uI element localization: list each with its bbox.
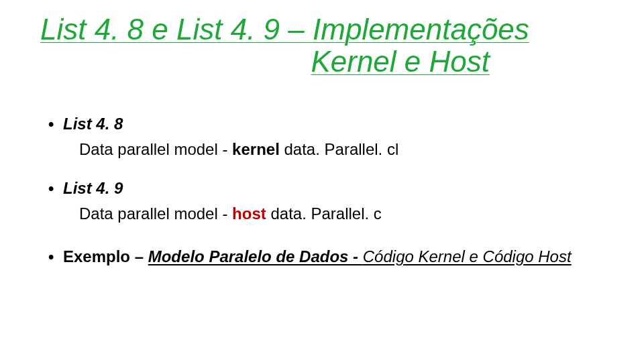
- bullet-list-4-8-detail: Data parallel model - kernel data. Paral…: [47, 139, 604, 160]
- bullet-label: List 4. 8: [63, 115, 123, 133]
- detail-prefix: Data parallel model -: [79, 204, 232, 223]
- kernel-file: data. Parallel. cl: [280, 140, 398, 158]
- slide-body: List 4. 8 Data parallel model - kernel d…: [47, 114, 604, 272]
- example-link: Modelo Paralelo de Dados - Código Kernel…: [148, 247, 572, 265]
- slide-title: List 4. 8 e List 4. 9 – Implementações K…: [40, 13, 604, 78]
- title-line-1: List 4. 8 e List 4. 9 – Implementações: [40, 13, 529, 46]
- detail-prefix: Data parallel model -: [79, 140, 232, 158]
- bullet-list-4-9: List 4. 9: [47, 178, 604, 198]
- example-label: Exemplo –: [63, 247, 148, 265]
- bullet-list-4-9-detail: Data parallel model - host data. Paralle…: [47, 204, 604, 224]
- title-line-2: Kernel e Host: [40, 46, 604, 78]
- example-link-bold: Modelo Paralelo de Dados -: [148, 247, 363, 265]
- bullet-example: Exemplo – Modelo Paralelo de Dados - Cód…: [47, 247, 604, 267]
- host-word: host: [232, 204, 266, 223]
- slide: List 4. 8 e List 4. 9 – Implementações K…: [0, 0, 644, 362]
- bullet-list-4-8: List 4. 8: [47, 114, 604, 134]
- kernel-word: kernel: [232, 140, 280, 158]
- host-file: data. Parallel. c: [266, 204, 382, 223]
- example-link-rest: Código Kernel e Código Host: [363, 247, 572, 265]
- bullet-label: List 4. 9: [63, 179, 123, 197]
